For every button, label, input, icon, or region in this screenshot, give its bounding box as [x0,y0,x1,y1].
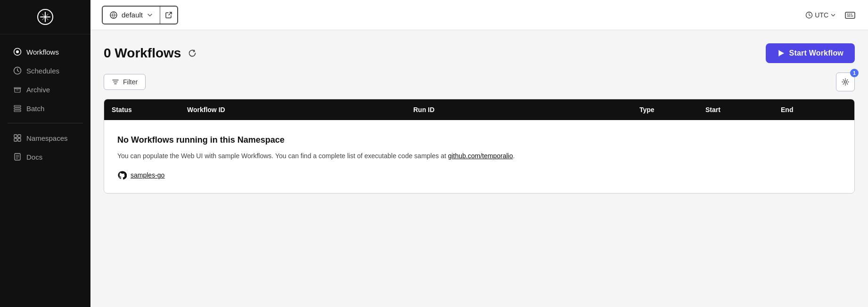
sidebar-item-schedules[interactable]: Schedules [4,62,87,80]
refresh-icon [188,48,197,58]
svg-rect-12 [18,138,21,141]
sidebar-divider [8,123,83,123]
table-header: Status Workflow ID Run ID Type Start End [104,99,854,120]
sidebar-item-docs[interactable]: Docs [4,148,87,166]
th-status: Status [104,106,180,113]
workflows-icon [13,48,22,56]
sidebar: Workflows Schedules Archive [0,0,90,307]
samples-go-link[interactable]: samples-go [117,170,841,180]
namespaces-icon [13,134,22,142]
page-content: 0 Workflows Start Workflow [90,30,868,307]
sidebar-item-label-namespaces: Namespaces [26,134,68,142]
sidebar-item-label-docs: Docs [26,153,42,161]
sidebar-item-workflows[interactable]: Workflows [4,43,87,61]
github-icon [117,170,127,180]
topbar: default UTC [90,0,868,30]
main-content: default UTC [90,0,868,307]
filters-row: Filter 1 [90,73,868,99]
filter-label: Filter [123,78,138,86]
archive-icon [13,85,22,94]
namespace-chevron-icon [147,12,153,18]
svg-rect-16 [845,12,855,18]
page-title-row: 0 Workflows [104,46,199,61]
topbar-right: UTC [805,8,857,22]
content-header: 0 Workflows Start Workflow [90,30,868,73]
sidebar-item-namespaces[interactable]: Namespaces [4,129,87,147]
sidebar-nav: Workflows Schedules Archive [0,34,90,307]
namespace-external-link[interactable] [160,8,177,22]
schedules-icon [13,66,22,75]
batch-icon [13,104,22,113]
temporal-logo-icon [37,8,54,25]
filter-button[interactable]: Filter [104,74,146,90]
clock-icon [805,11,813,19]
svg-rect-9 [14,135,17,137]
sidebar-item-label-workflows: Workflows [26,48,59,56]
namespace-text: default [122,11,143,19]
sidebar-item-label-batch: Batch [26,105,44,113]
svg-rect-11 [14,138,17,141]
namespace-selector[interactable]: default [102,6,178,24]
settings-button-wrapper: 1 [836,73,855,91]
filter-icon [112,78,119,86]
start-workflow-label: Start Workflow [789,49,843,57]
sidebar-item-archive[interactable]: Archive [4,81,87,98]
th-actions [839,106,854,113]
empty-state-title: No Workflows running in this Namespace [117,135,841,145]
svg-rect-10 [18,135,21,137]
logo[interactable] [0,0,90,34]
svg-point-17 [844,81,847,83]
sidebar-item-label-archive: Archive [26,86,50,94]
timezone-label: UTC [815,11,828,19]
namespace-icon [109,11,118,19]
start-workflow-icon [777,49,786,57]
sidebar-item-label-schedules: Schedules [26,67,59,75]
empty-state-description: You can populate the Web UI with sample … [117,151,841,161]
docs-icon [13,153,22,161]
page-title: 0 Workflows [104,46,181,61]
svg-rect-8 [14,110,21,112]
external-link-icon [165,11,172,19]
th-workflow-id: Workflow ID [180,106,406,113]
keyboard-shortcut-icon[interactable] [843,8,857,22]
th-run-id: Run ID [406,106,632,113]
keyboard-icon [844,9,856,21]
timezone-chevron-icon [830,12,836,18]
th-start: Start [698,106,773,113]
timezone-selector[interactable]: UTC [805,11,836,19]
github-link[interactable]: github.com/temporalio [448,152,513,160]
settings-icon [841,78,850,86]
svg-rect-7 [14,108,21,109]
refresh-button[interactable] [186,47,199,60]
th-end: End [773,106,839,113]
namespace-dropdown[interactable]: default [103,8,160,22]
svg-rect-6 [14,105,21,107]
start-workflow-button[interactable]: Start Workflow [766,43,855,63]
settings-badge: 1 [850,69,859,77]
table-body: No Workflows running in this Namespace Y… [104,120,854,193]
empty-desc-suffix: . [513,152,515,160]
sample-link-label[interactable]: samples-go [131,171,164,179]
workflows-table: Status Workflow ID Run ID Type Start End… [104,99,855,194]
svg-rect-5 [15,89,20,92]
th-type: Type [632,106,698,113]
sidebar-item-batch[interactable]: Batch [4,99,87,117]
empty-desc-prefix: You can populate the Web UI with sample … [117,152,448,160]
svg-point-2 [16,50,19,53]
